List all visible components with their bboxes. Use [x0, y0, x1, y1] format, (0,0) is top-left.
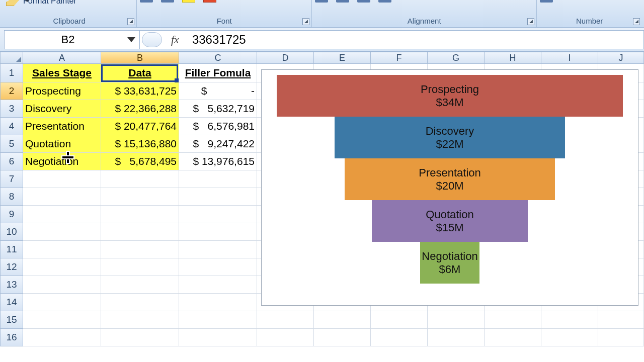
formula-bar[interactable]: fx 33631725: [140, 30, 644, 49]
cell[interactable]: $ 5,678,495: [101, 153, 179, 170]
cell[interactable]: [179, 206, 257, 223]
row-header[interactable]: 10: [0, 223, 23, 241]
chart-bar[interactable]: Prospecting$34M: [277, 75, 623, 117]
worksheet[interactable]: ABCDEFGHIJ 1Sales StageDataFiller Fomula…: [0, 52, 644, 362]
name-box[interactable]: B2: [4, 30, 140, 49]
cell[interactable]: [598, 311, 644, 329]
cell[interactable]: $ 20,477,764: [101, 118, 179, 135]
cell[interactable]: [598, 329, 644, 346]
cell[interactable]: [23, 170, 101, 188]
row-header[interactable]: 3: [0, 100, 23, 118]
cell[interactable]: [541, 329, 598, 346]
cell[interactable]: $ 5,632,719: [179, 100, 257, 118]
cell[interactable]: [23, 258, 101, 276]
cell[interactable]: Quotation: [23, 135, 101, 153]
format-painter-icon[interactable]: [6, 0, 19, 6]
column-header-F[interactable]: F: [371, 52, 428, 64]
cell[interactable]: $ 13,976,615: [179, 153, 257, 170]
row-header[interactable]: 13: [0, 276, 23, 294]
cell[interactable]: [101, 329, 179, 346]
cell[interactable]: [101, 188, 179, 206]
cell[interactable]: [23, 241, 101, 258]
cell[interactable]: [23, 276, 101, 294]
fill-color-button[interactable]: [182, 0, 195, 3]
chart-bar[interactable]: Quotation$15M: [372, 200, 528, 242]
cell[interactable]: Discovery: [23, 100, 101, 118]
cell[interactable]: [371, 329, 428, 346]
cell[interactable]: [101, 241, 179, 258]
align-button[interactable]: [336, 0, 349, 3]
column-header-J[interactable]: J: [598, 52, 644, 64]
column-header-C[interactable]: C: [179, 52, 257, 64]
row-header[interactable]: 14: [0, 294, 23, 311]
cell[interactable]: [371, 311, 428, 329]
cell[interactable]: [179, 276, 257, 294]
cell[interactable]: [179, 311, 257, 329]
border-style-button[interactable]: [161, 0, 174, 3]
row-header[interactable]: 5: [0, 135, 23, 153]
row-header[interactable]: 1: [0, 64, 23, 82]
cell[interactable]: [23, 311, 101, 329]
cell[interactable]: [179, 223, 257, 241]
cell[interactable]: [101, 206, 179, 223]
cell[interactable]: [101, 276, 179, 294]
cell[interactable]: [101, 170, 179, 188]
cell[interactable]: [179, 258, 257, 276]
row-header[interactable]: 16: [0, 329, 23, 346]
cell[interactable]: [314, 329, 371, 346]
column-header-H[interactable]: H: [485, 52, 541, 64]
column-header-A[interactable]: A: [23, 52, 101, 64]
font-color-button[interactable]: [203, 0, 216, 3]
column-header-D[interactable]: D: [257, 52, 314, 64]
cell[interactable]: $ 22,366,288: [101, 100, 179, 118]
row-header[interactable]: 6: [0, 153, 23, 170]
cell[interactable]: [179, 170, 257, 188]
row-header[interactable]: 8: [0, 188, 23, 206]
column-header-I[interactable]: I: [541, 52, 598, 64]
row-header[interactable]: 15: [0, 311, 23, 329]
format-painter-label[interactable]: Format Painter: [23, 0, 76, 6]
cell[interactable]: [101, 223, 179, 241]
cell[interactable]: Sales Stage: [23, 64, 101, 82]
cell[interactable]: [179, 294, 257, 311]
border-button[interactable]: [140, 0, 153, 3]
dialog-launcher-icon[interactable]: ◢: [527, 18, 534, 25]
fx-label[interactable]: fx: [171, 33, 179, 46]
number-format-button[interactable]: [540, 0, 553, 3]
row-header[interactable]: 9: [0, 206, 23, 223]
cell[interactable]: Presentation: [23, 118, 101, 135]
cell[interactable]: [428, 329, 485, 346]
cell[interactable]: [179, 241, 257, 258]
cell[interactable]: $ 15,136,880: [101, 135, 179, 153]
row-header[interactable]: 7: [0, 170, 23, 188]
cell[interactable]: [23, 206, 101, 223]
align-button[interactable]: [357, 0, 370, 3]
funnel-chart[interactable]: Prospecting$34MDiscovery$22MPresentation…: [261, 69, 638, 306]
cell[interactable]: Data: [101, 64, 179, 82]
row-header[interactable]: 2: [0, 82, 23, 100]
insert-function-icon[interactable]: [142, 32, 162, 47]
cell[interactable]: [101, 258, 179, 276]
chart-bar[interactable]: Negotiation$6M: [420, 242, 479, 284]
align-button[interactable]: [315, 0, 328, 3]
select-all-button[interactable]: [0, 52, 23, 64]
chart-bar[interactable]: Discovery$22M: [335, 117, 565, 158]
dialog-launcher-icon[interactable]: ◢: [302, 18, 309, 25]
dialog-launcher-icon[interactable]: ◢: [633, 18, 640, 25]
cell[interactable]: Negotiation: [23, 153, 101, 170]
cell[interactable]: Prospecting: [23, 82, 101, 100]
column-header-E[interactable]: E: [314, 52, 371, 64]
column-header-G[interactable]: G: [428, 52, 485, 64]
chart-bar[interactable]: Presentation$20M: [345, 158, 555, 200]
row-header[interactable]: 12: [0, 258, 23, 276]
cell[interactable]: [314, 311, 371, 329]
dialog-launcher-icon[interactable]: ◢: [127, 18, 134, 25]
chevron-down-icon[interactable]: [127, 37, 135, 42]
row-header[interactable]: 4: [0, 118, 23, 135]
cell[interactable]: $ 9,247,422: [179, 135, 257, 153]
merge-button[interactable]: [378, 0, 391, 3]
cell[interactable]: [257, 311, 314, 329]
row-header[interactable]: 11: [0, 241, 23, 258]
cell[interactable]: $ -: [179, 82, 257, 100]
cell[interactable]: [257, 329, 314, 346]
